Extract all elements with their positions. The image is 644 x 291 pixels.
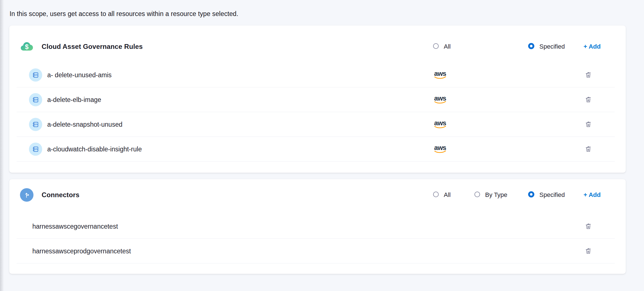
governance-rule-icon: </> xyxy=(29,118,42,131)
aws-logo-text: aws xyxy=(434,96,446,101)
delete-rule-button[interactable] xyxy=(584,71,593,79)
governance-rules-title: Cloud Asset Governance Rules xyxy=(42,43,143,51)
scope-description: In this scope, users get access to all r… xyxy=(10,10,238,18)
rules-radio-all[interactable] xyxy=(433,43,439,50)
aws-logo-icon: aws xyxy=(433,96,447,104)
connectors-title: Connectors xyxy=(42,191,79,199)
svg-text:</>: </> xyxy=(34,123,38,126)
radio-circle-icon xyxy=(433,43,439,49)
governance-rule-icon: </> xyxy=(29,69,42,82)
radio-circle-selected-icon xyxy=(528,43,534,49)
rules-radio-all-label[interactable]: All xyxy=(444,43,451,50)
svg-text:$: $ xyxy=(25,43,29,51)
connectors-header: Connectors All By Type Specified + Add xyxy=(9,188,626,202)
cloud-dollar-icon: $ xyxy=(20,40,33,53)
aws-logo-text: aws xyxy=(434,71,446,76)
governance-rule-icon: </> xyxy=(29,143,42,156)
delete-connector-button[interactable] xyxy=(584,222,593,231)
connectors-radio-specified-label[interactable]: Specified xyxy=(539,191,565,199)
rule-name: a-cloudwatch-disable-insight-rule xyxy=(47,146,142,153)
rule-row: </> a-cloudwatch-disable-insight-rule aw… xyxy=(9,137,626,162)
connectors-list: harnessawscegovernancetest harnessawscep… xyxy=(9,214,626,263)
governance-rules-header: $ Cloud Asset Governance Rules All Speci… xyxy=(9,40,626,53)
governance-rules-list: </> a- delete-unused-amis aws xyxy=(9,63,626,162)
connectors-radio-all-label[interactable]: All xyxy=(444,191,451,199)
aws-logo-icon: aws xyxy=(433,71,447,79)
aws-logo-text: aws xyxy=(434,120,446,126)
connectors-card: Connectors All By Type Specified + Add h… xyxy=(9,179,626,274)
connector-name: harnessawscegovernancetest xyxy=(32,223,118,230)
delete-rule-button[interactable] xyxy=(584,145,593,154)
delete-rule-button[interactable] xyxy=(584,120,593,129)
rules-add-button[interactable]: + Add xyxy=(584,43,601,50)
rule-name: a-delete-elb-image xyxy=(47,96,101,104)
connectors-radio-all[interactable] xyxy=(433,192,439,198)
delete-rule-button[interactable] xyxy=(584,95,593,104)
rules-radio-specified-label[interactable]: Specified xyxy=(539,43,565,50)
svg-text:</>: </> xyxy=(34,74,38,76)
svg-text:</>: </> xyxy=(34,148,38,151)
connectors-radio-bytype[interactable] xyxy=(474,192,480,198)
connector-name: harnessawsceprodgovernancetest xyxy=(32,247,131,255)
governance-rules-card: $ Cloud Asset Governance Rules All Speci… xyxy=(9,26,626,173)
aws-logo-text: aws xyxy=(434,145,446,151)
branch-arrows-icon xyxy=(20,188,33,202)
connector-row: harnessawscegovernancetest xyxy=(9,214,626,239)
rules-radio-specified[interactable] xyxy=(528,43,534,50)
svg-text:</>: </> xyxy=(34,98,38,101)
radio-circle-selected-icon xyxy=(528,191,534,197)
connectors-radio-specified[interactable] xyxy=(528,191,534,199)
left-edge-shadow xyxy=(0,0,4,291)
rule-name: a-delete-snapshot-unused xyxy=(47,121,122,128)
connector-row: harnessawsceprodgovernancetest xyxy=(9,239,626,263)
connectors-radio-bytype-label[interactable]: By Type xyxy=(485,191,507,199)
delete-connector-button[interactable] xyxy=(584,247,593,256)
rule-row: </> a-delete-snapshot-unused aws xyxy=(9,112,626,137)
radio-circle-icon xyxy=(433,192,439,197)
connectors-add-button[interactable]: + Add xyxy=(584,191,601,199)
aws-logo-icon: aws xyxy=(433,145,447,154)
rule-row: </> a-delete-elb-image aws xyxy=(9,87,626,112)
rule-name: a- delete-unused-amis xyxy=(47,71,112,79)
aws-logo-icon: aws xyxy=(433,120,447,129)
rule-row: </> a- delete-unused-amis aws xyxy=(9,63,626,87)
radio-circle-icon xyxy=(474,192,480,197)
governance-rule-icon: </> xyxy=(29,93,42,106)
